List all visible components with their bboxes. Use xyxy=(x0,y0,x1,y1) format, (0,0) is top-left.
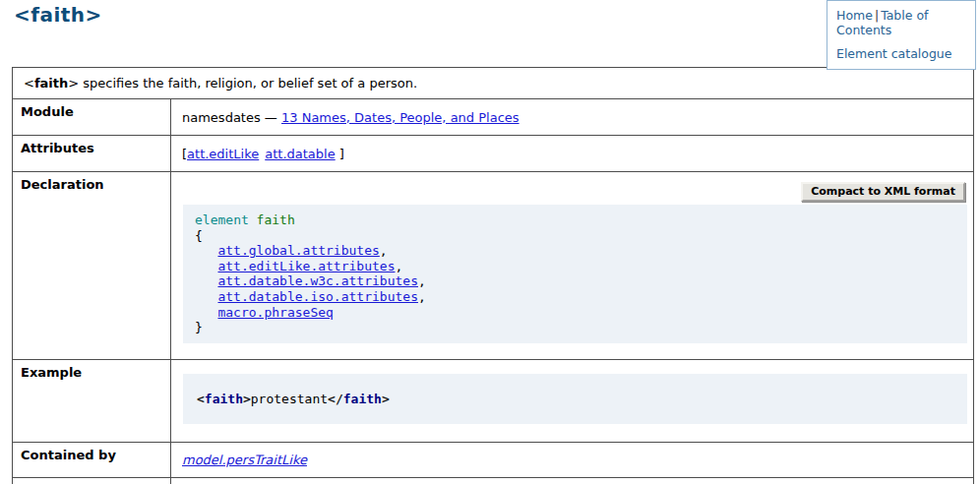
declaration-member-line: att.editLike.attributes, xyxy=(195,259,955,274)
code-link-att-editlike-attributes[interactable]: att.editLike.attributes xyxy=(217,259,395,273)
description-element-name: faith xyxy=(34,76,68,91)
example-open-tag-gt: > xyxy=(243,392,251,406)
compact-to-xml-button[interactable]: Compact to XML format xyxy=(801,182,965,202)
description-text: specifies the faith, religion, or belief… xyxy=(79,76,417,91)
attribute-class-link-editlike[interactable]: att.editLike xyxy=(187,147,259,161)
code-link-att-global-attributes[interactable]: att.global.attributes xyxy=(217,243,379,258)
attributes-close-bracket: ] xyxy=(336,147,344,161)
module-label: Module xyxy=(13,99,171,136)
code-element-name: faith xyxy=(257,212,295,227)
module-name: namesdates — xyxy=(182,110,281,125)
declaration-code-line-element: elementfaith xyxy=(195,212,955,228)
declaration-toolbar: Compact to XML format xyxy=(171,182,965,203)
nav-link-element-catalogue[interactable]: Element catalogue xyxy=(836,46,952,61)
example-value-cell: <faith>protestant</faith> xyxy=(171,359,974,442)
description-row: <faith> specifies the faith, religion, o… xyxy=(13,68,974,99)
example-close-tag-gt: > xyxy=(382,392,390,406)
page-title: <faith> xyxy=(14,3,102,27)
example-open-tag-lt: < xyxy=(197,392,205,406)
declaration-close-brace: } xyxy=(195,320,955,335)
page-header: <faith> Home|Table of Contents Element c… xyxy=(0,0,980,67)
nav-row-catalogue: Element catalogue xyxy=(836,46,967,61)
declaration-member-line: macro.phraseSeq xyxy=(195,305,955,321)
declaration-member-line: att.global.attributes, xyxy=(195,243,955,259)
description-lt: < xyxy=(24,76,34,91)
code-link-att-datable-w3c-attributes[interactable]: att.datable.w3c.attributes xyxy=(217,273,418,288)
description-gt: > xyxy=(68,76,79,91)
module-value-cell: namesdates — 13 Names, Dates, People, an… xyxy=(171,99,974,136)
code-link-att-datable-iso-attributes[interactable]: att.datable.iso.attributes xyxy=(217,289,418,304)
attributes-label: Attributes xyxy=(13,136,171,172)
code-keyword-element: element xyxy=(195,212,249,227)
example-label: Example xyxy=(13,359,171,442)
example-row: Example <faith>protestant</faith> xyxy=(13,359,974,442)
declaration-member-line: att.datable.iso.attributes, xyxy=(195,289,955,305)
module-row: Module namesdates — 13 Names, Dates, Peo… xyxy=(13,99,974,136)
contained-by-value-cell: model.persTraitLike xyxy=(171,442,974,477)
declaration-value-cell: Compact to XML format elementfaith { att… xyxy=(171,172,974,360)
code-comma: , xyxy=(418,289,426,304)
declaration-open-brace: { xyxy=(195,228,955,244)
code-comma: , xyxy=(395,259,402,273)
code-comma: , xyxy=(418,273,426,288)
attribute-class-link-datable[interactable]: att.datable xyxy=(265,147,335,161)
element-spec-table: <faith> specifies the faith, religion, o… xyxy=(12,67,974,484)
table-row-partial xyxy=(13,477,974,484)
nav-box: Home|Table of Contents Element catalogue xyxy=(827,0,976,70)
code-comma: , xyxy=(380,243,388,258)
attributes-row: Attributes [att.editLikeatt.datable ] xyxy=(13,136,974,172)
module-chapter-link[interactable]: 13 Names, Dates, People, and Places xyxy=(281,110,520,125)
declaration-member-line: att.datable.w3c.attributes, xyxy=(195,273,955,289)
attributes-value-cell: [att.editLikeatt.datable ] xyxy=(171,136,974,172)
description-cell: <faith> specifies the faith, religion, o… xyxy=(13,68,974,99)
example-close-tag-name: faith xyxy=(343,392,382,406)
contained-by-row: Contained by model.persTraitLike xyxy=(13,442,974,477)
example-close-tag-lt: </ xyxy=(328,392,343,406)
declaration-code-block: elementfaith { att.global.attributes, at… xyxy=(183,205,967,343)
partial-row-label-cell xyxy=(13,477,171,484)
code-link-macro-phraseseq[interactable]: macro.phraseSeq xyxy=(217,305,333,320)
partial-row-value-cell xyxy=(171,477,974,484)
nav-link-home[interactable]: Home xyxy=(836,8,873,23)
contained-by-label: Contained by xyxy=(13,442,171,477)
declaration-label: Declaration xyxy=(13,172,171,360)
example-code-block: <faith>protestant</faith> xyxy=(183,374,967,425)
example-text-content: protestant xyxy=(251,392,328,406)
nav-row-main: Home|Table of Contents xyxy=(836,8,967,37)
example-open-tag-name: faith xyxy=(205,392,243,406)
contained-by-link-model-perstraitlike[interactable]: model.persTraitLike xyxy=(182,453,307,467)
declaration-row: Declaration Compact to XML format elemen… xyxy=(13,172,974,360)
nav-separator: | xyxy=(873,8,881,23)
